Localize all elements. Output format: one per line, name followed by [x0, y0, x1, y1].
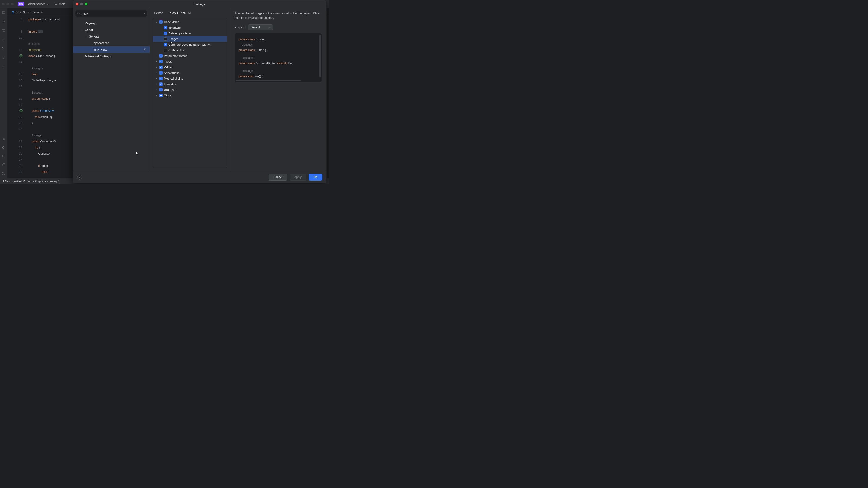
checkbox[interactable]	[159, 77, 162, 80]
terminal-tool-icon[interactable]	[2, 154, 6, 158]
cancel-button[interactable]: Cancel	[269, 174, 287, 181]
expand-icon[interactable]: ›	[155, 60, 158, 63]
checkbox[interactable]	[159, 66, 162, 69]
structure-tool-icon[interactable]	[2, 29, 6, 33]
hint-tree-item[interactable]: Inheritors	[153, 25, 227, 31]
hint-tree-item[interactable]: ›Lambdas	[153, 81, 227, 87]
settings-category-tree[interactable]: Keymap ⌄Editor ⌄General Appearance Inlay…	[73, 19, 150, 60]
line-gutter: 13›1112131415161718192021222324252627282…	[8, 16, 26, 184]
checkbox[interactable]	[164, 26, 167, 29]
git-tool-icon[interactable]	[2, 171, 6, 175]
tree-item-keymap[interactable]: Keymap	[73, 20, 150, 27]
hint-tree-item[interactable]: ›URL path	[153, 87, 227, 93]
file-tab[interactable]: OrderService.java ×	[9, 9, 45, 15]
chevron-down-icon: ⌄	[47, 3, 49, 5]
services-tool-icon[interactable]	[2, 145, 6, 150]
settings-search[interactable]: ×	[75, 10, 147, 17]
settings-dialog: Settings × Keymap ⌄Editor	[73, 0, 327, 184]
hint-tree-item[interactable]: Code author	[153, 47, 227, 53]
horizontal-scrollbar[interactable]	[236, 80, 301, 81]
checkbox[interactable]	[159, 20, 162, 24]
build-tool-icon[interactable]	[2, 137, 6, 141]
help-button[interactable]: ?	[77, 175, 82, 180]
zoom-window-icon[interactable]	[85, 3, 88, 5]
close-tab-icon[interactable]: ×	[41, 10, 43, 14]
tree-item-editor[interactable]: ⌄Editor	[73, 27, 150, 33]
position-select[interactable]: Default	[248, 24, 273, 30]
modified-indicator-icon	[188, 11, 191, 15]
hint-tree-item[interactable]: ⌄Code vision	[153, 19, 227, 25]
breadcrumb-root[interactable]: Editor	[154, 11, 163, 15]
project-switcher[interactable]: order-service ⌄	[26, 1, 51, 6]
checkbox[interactable]	[164, 48, 167, 52]
hint-tree-item[interactable]: ›Annotations	[153, 70, 227, 76]
back-button[interactable]: ←	[313, 11, 316, 14]
svg-rect-25	[189, 13, 190, 13]
hint-tree-item[interactable]: Usages	[153, 36, 227, 42]
expand-icon[interactable]: ›	[155, 77, 158, 80]
svg-point-17	[4, 174, 5, 175]
checkbox[interactable]	[164, 37, 167, 41]
problems-tool-icon[interactable]	[2, 163, 6, 167]
hint-tree-item[interactable]: ›Method chains	[153, 76, 227, 81]
svg-rect-6	[2, 29, 3, 30]
svg-rect-7	[4, 29, 5, 30]
checkbox[interactable]	[159, 71, 162, 74]
expand-icon[interactable]: ›	[155, 94, 158, 97]
svg-marker-11	[2, 146, 5, 149]
hint-tree-item[interactable]: ›Types	[153, 59, 227, 64]
tree-item-inlay-hints[interactable]: Inlay Hints	[73, 46, 150, 53]
git-branch[interactable]: main	[53, 1, 67, 6]
svg-point-18	[2, 174, 3, 175]
project-badge: OS	[18, 2, 24, 6]
checkbox[interactable]	[159, 83, 162, 86]
checkbox[interactable]	[164, 43, 167, 46]
checkbox[interactable]	[159, 60, 162, 63]
expand-icon[interactable]: ›	[155, 83, 158, 86]
hint-tree-item[interactable]: ›Parameter names	[153, 53, 227, 59]
clear-search-icon[interactable]: ×	[144, 11, 146, 15]
svg-rect-23	[145, 49, 145, 50]
expand-icon[interactable]: ›	[155, 66, 158, 68]
project-tool-icon[interactable]	[2, 10, 6, 14]
tree-item-advanced[interactable]: Advanced Settings	[73, 53, 150, 59]
dialog-titlebar: Settings	[73, 0, 327, 8]
left-rail-bottom	[0, 137, 8, 177]
tree-item-appearance[interactable]: Appearance	[73, 40, 150, 46]
search-input[interactable]	[75, 10, 147, 17]
checkbox[interactable]	[164, 32, 167, 35]
hint-tree-item[interactable]: Related problems	[153, 31, 227, 36]
expand-icon[interactable]: ⌄	[155, 21, 158, 23]
svg-point-0	[55, 3, 56, 4]
expand-icon[interactable]: ›	[155, 55, 158, 57]
tree-item-general[interactable]: ⌄General	[73, 33, 150, 40]
vertical-scrollbar[interactable]	[319, 35, 321, 77]
more-tool-icon[interactable]: ⋯	[2, 37, 6, 41]
status-text: 1 file committed: Fix formatting (3 minu…	[3, 180, 59, 183]
expand-icon[interactable]: ›	[155, 89, 158, 91]
project-name: order-service	[28, 2, 45, 6]
close-window-icon[interactable]	[76, 3, 79, 5]
ellipsis-icon[interactable]: ⋯	[2, 65, 6, 69]
forward-button: →	[319, 11, 322, 14]
expand-icon[interactable]: ›	[155, 72, 158, 74]
hint-tree-item[interactable]: Generate Documentation with AI	[153, 42, 227, 47]
minimize-window-icon	[80, 3, 83, 5]
hint-tree-item[interactable]: ›Other	[153, 93, 227, 98]
hint-tree-item[interactable]: ›Values	[153, 64, 227, 70]
modified-indicator-icon	[143, 48, 147, 51]
ok-button[interactable]: OK	[309, 174, 322, 181]
inlay-hints-tree[interactable]: ⌄Code visionInheritorsRelated problemsUs…	[153, 18, 227, 168]
dialog-title: Settings	[194, 2, 205, 6]
bookmark-tool-icon[interactable]	[2, 56, 6, 60]
java-file-icon	[12, 11, 14, 13]
commit-tool-icon[interactable]	[2, 20, 6, 24]
svg-point-15	[4, 165, 4, 166]
checkbox[interactable]	[159, 94, 162, 97]
checkbox[interactable]	[159, 54, 162, 58]
pull-requests-icon[interactable]	[2, 46, 6, 51]
svg-rect-12	[2, 155, 5, 157]
dialog-window-controls[interactable]	[76, 3, 88, 5]
checkbox[interactable]	[159, 88, 162, 92]
inlay-hint-detail: ← → The number of usages of the class or…	[230, 8, 327, 170]
